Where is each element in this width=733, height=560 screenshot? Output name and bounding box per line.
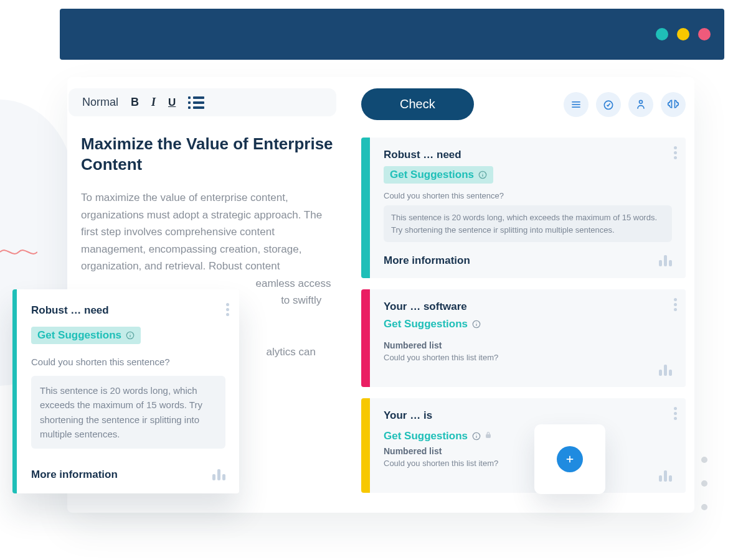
fab-container [534,424,605,494]
underline-button[interactable]: U [168,96,176,109]
svg-point-13 [476,434,477,434]
get-suggestions-badge[interactable]: Get Suggestions [384,318,481,330]
svg-point-7 [483,172,483,173]
card-menu-icon[interactable] [226,303,229,316]
lock-icon [484,431,493,439]
traffic-yellow-icon[interactable] [677,28,689,40]
card-title: Your … is [384,409,672,422]
svg-point-4 [640,100,643,103]
suggestion-card[interactable]: Your … software Get Suggestions Numbered… [361,289,686,387]
card-stripe [361,289,370,387]
card-title: Robust … need [384,149,672,161]
card-subhead: Numbered list [384,446,672,456]
check-button[interactable]: Check [361,88,474,120]
info-icon [478,170,487,179]
card-title: Robust … need [31,304,225,317]
traffic-lights [656,28,711,40]
card-stripe [361,138,370,278]
stats-icon[interactable] [212,469,225,480]
card-menu-icon[interactable] [674,407,677,420]
svg-point-17 [130,333,131,334]
profile-icon[interactable] [628,92,653,117]
suggestion-cards: Robust … need Get Suggestions Could you … [361,138,694,493]
card-menu-icon[interactable] [674,146,677,159]
card-stripe [361,398,370,493]
menu-icon[interactable] [564,92,589,117]
stats-icon[interactable] [659,255,672,266]
card-detail: This sentence is 20 words long, which ex… [31,376,225,449]
more-information-link[interactable]: More information [384,254,470,267]
traffic-pink-icon[interactable] [698,28,711,40]
info-icon [126,331,135,340]
editor-toolbar: Normal B I U [69,88,336,116]
card-stripe [12,289,17,493]
suggestions-column: Check [351,77,694,513]
card-prompt: Could you shorten this list item? [384,353,672,362]
traffic-teal-icon[interactable] [656,28,668,40]
stats-icon[interactable] [659,365,672,376]
card-detail: This sentence is 20 words long, which ex… [384,205,672,242]
document-title: Maximize the Value of Enterprise Content [81,134,338,174]
info-icon [472,432,481,441]
card-prompt: Could you shorten this sentence? [384,191,672,200]
more-information-link[interactable]: More information [31,469,118,481]
suggestion-popout[interactable]: Robust … need Get Suggestions Could you … [12,289,239,493]
goals-icon[interactable] [596,92,621,117]
decorative-squiggle [0,243,37,261]
list-button[interactable] [188,96,204,109]
get-suggestions-badge[interactable]: Get Suggestions [31,327,141,344]
suggestion-card[interactable]: Your … is Get Suggestions Numbered list … [361,398,686,493]
italic-button[interactable]: I [151,96,156,109]
ai-brain-icon[interactable] [661,92,686,117]
svg-rect-14 [486,434,490,437]
info-icon [472,320,481,329]
stats-icon[interactable] [659,470,672,482]
card-title: Your … software [384,301,672,313]
card-menu-icon[interactable] [674,298,677,311]
window-titlebar [60,9,724,60]
card-prompt: Could you shorten this list item? [384,459,672,468]
suggestion-card[interactable]: Robust … need Get Suggestions Could you … [361,138,686,278]
card-subhead: Numbered list [384,340,672,350]
paragraph-style-dropdown[interactable]: Normal [82,96,118,109]
bold-button[interactable]: B [131,96,139,109]
add-button[interactable] [557,446,583,472]
svg-point-10 [476,322,477,322]
get-suggestions-badge[interactable]: Get Suggestions [384,430,481,442]
card-prompt: Could you shorten this sentence? [31,357,225,367]
get-suggestions-badge[interactable]: Get Suggestions [384,166,493,184]
